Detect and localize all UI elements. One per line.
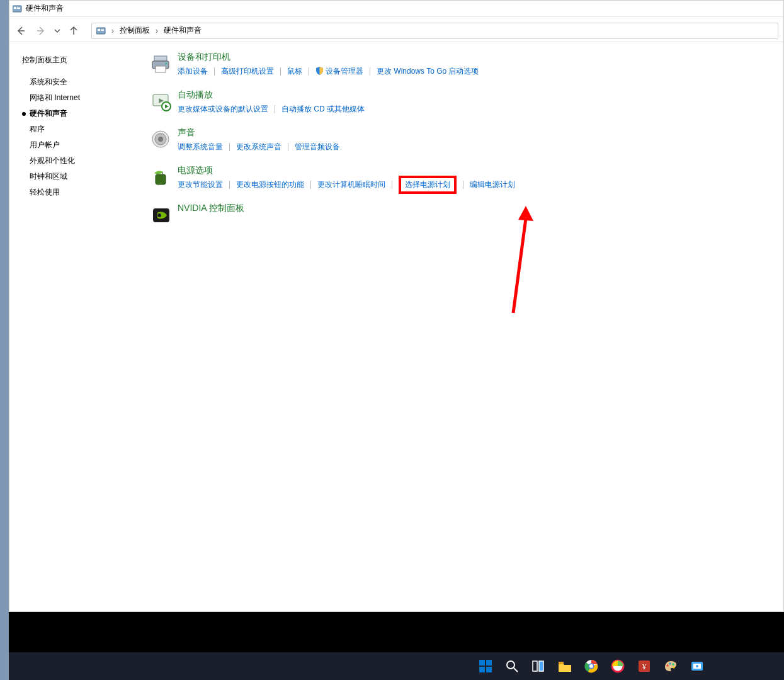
link-autoplay-cd[interactable]: 自动播放 CD 或其他媒体: [281, 103, 365, 116]
up-button[interactable]: [65, 22, 82, 40]
svg-point-51: [696, 665, 698, 667]
forward-button[interactable]: [32, 22, 50, 40]
start-button[interactable]: [474, 655, 497, 677]
bullet-icon: [22, 144, 26, 147]
taskbar-icons: ¥: [474, 655, 708, 677]
category-title[interactable]: NVIDIA 控制面板: [178, 203, 771, 214]
link-change-default[interactable]: 更改媒体或设备的默认设置: [178, 103, 268, 116]
category-power-options: 电源选项 更改节能设置 更改电源按钮的功能 更改计算机睡眠时间 选择电源计划 编…: [149, 165, 771, 191]
sidebar-item-label: 网络和 Internet: [30, 93, 80, 103]
speaker-icon: [149, 127, 174, 152]
bullet-icon: [22, 191, 26, 195]
svg-rect-1: [14, 7, 16, 9]
chevron-right-icon[interactable]: ›: [111, 26, 114, 35]
separator: [463, 181, 463, 189]
link-device-manager[interactable]: 设备管理器: [315, 65, 363, 78]
category-nvidia: NVIDIA 控制面板: [149, 203, 771, 228]
link-change-energy[interactable]: 更改节能设置: [178, 178, 223, 191]
sidebar-item-programs[interactable]: 程序: [22, 124, 126, 135]
category-title[interactable]: 电源选项: [178, 165, 771, 176]
chevron-right-icon[interactable]: ›: [156, 26, 158, 35]
screenshot-tool-button[interactable]: [686, 655, 708, 677]
sidebar-item-appearance[interactable]: 外观和个性化: [22, 156, 126, 166]
link-power-button-function[interactable]: 更改电源按钮的功能: [236, 178, 304, 191]
file-explorer-button[interactable]: [554, 655, 576, 677]
link-change-sleep-time[interactable]: 更改计算机睡眠时间: [317, 178, 385, 191]
sidebar-item-label: 硬件和声音: [30, 108, 67, 119]
control-panel-window: 硬件和声音 › 控制面板 › 硬件和声音 控制面板主页: [9, 0, 784, 612]
link-add-device[interactable]: 添加设备: [178, 65, 208, 78]
search-button[interactable]: [501, 655, 523, 677]
svg-rect-3: [17, 8, 20, 9]
svg-point-26: [157, 213, 161, 217]
sidebar-home-link[interactable]: 控制面板主页: [22, 55, 126, 65]
category-title[interactable]: 设备和打印机: [178, 52, 771, 63]
breadcrumb-current[interactable]: 硬件和声音: [162, 23, 203, 38]
recent-dropdown-button[interactable]: [52, 22, 62, 40]
separator: [392, 181, 392, 189]
svg-rect-32: [486, 667, 492, 672]
svg-rect-13: [156, 66, 166, 72]
address-bar-icon: [96, 26, 107, 36]
task-view-button[interactable]: [527, 655, 550, 677]
svg-line-27: [513, 218, 526, 313]
app-red-button[interactable]: ¥: [633, 655, 656, 677]
chrome-button[interactable]: [580, 655, 603, 677]
link-advanced-printer[interactable]: 高级打印机设置: [221, 65, 274, 78]
svg-rect-36: [539, 661, 543, 671]
link-label: 设备管理器: [326, 67, 363, 76]
separator: [229, 143, 230, 151]
sidebar: 控制面板主页 系统和安全 网络和 Internet 硬件和声音 程序 用户帐户: [9, 42, 126, 611]
paint-button[interactable]: [659, 655, 682, 677]
category-title[interactable]: 自动播放: [178, 89, 771, 101]
link-edit-power-plan[interactable]: 编辑电源计划: [470, 178, 515, 191]
svg-rect-9: [101, 29, 104, 30]
sidebar-item-system-security[interactable]: 系统和安全: [22, 77, 126, 88]
category-sound: 声音 调整系统音量 更改系统声音 管理音频设备: [149, 127, 771, 154]
address-bar[interactable]: › 控制面板 › 硬件和声音: [91, 23, 778, 39]
window-titlebar: 硬件和声音: [9, 1, 783, 17]
desktop-left-strip: [0, 0, 9, 680]
category-title[interactable]: 声音: [178, 127, 771, 139]
separator: [275, 105, 275, 113]
separator: [280, 67, 281, 76]
svg-point-45: [666, 664, 668, 666]
sidebar-item-label: 程序: [30, 124, 45, 135]
back-button[interactable]: [12, 22, 30, 40]
sidebar-item-user-accounts[interactable]: 用户帐户: [22, 140, 126, 150]
window-title: 硬件和声音: [26, 3, 64, 14]
svg-rect-10: [101, 30, 104, 31]
sidebar-item-label: 外观和个性化: [30, 156, 75, 166]
sidebar-item-network-internet[interactable]: 网络和 Internet: [22, 93, 126, 103]
svg-point-21: [158, 137, 163, 142]
separator: [229, 181, 230, 189]
svg-text:¥: ¥: [642, 662, 646, 671]
bullet-icon: [22, 159, 26, 163]
sidebar-item-clock-region[interactable]: 时钟和区域: [22, 171, 126, 182]
sidebar-item-hardware-sound[interactable]: 硬件和声音: [22, 108, 126, 119]
category-autoplay: 自动播放 更改媒体或设备的默认设置 自动播放 CD 或其他媒体: [149, 89, 771, 116]
printer-icon: [149, 52, 174, 77]
link-mouse[interactable]: 鼠标: [287, 65, 302, 78]
link-manage-audio[interactable]: 管理音频设备: [295, 140, 340, 154]
svg-point-40: [589, 664, 593, 668]
link-windows-to-go[interactable]: 更改 Windows To Go 启动选项: [377, 65, 479, 78]
link-adjust-volume[interactable]: 调整系统音量: [178, 140, 223, 154]
category-devices-printers: 设备和打印机 添加设备 高级打印机设置 鼠标 设备管理器: [149, 52, 771, 78]
main-pane: 设备和打印机 添加设备 高级打印机设置 鼠标 设备管理器: [126, 42, 783, 611]
sidebar-item-label: 用户帐户: [30, 140, 60, 150]
separator: [309, 67, 309, 76]
content-area: 控制面板主页 系统和安全 网络和 Internet 硬件和声音 程序 用户帐户: [9, 42, 783, 611]
svg-rect-8: [98, 29, 100, 31]
link-change-system-sounds[interactable]: 更改系统声音: [236, 140, 281, 154]
separator: [214, 67, 215, 76]
sidebar-item-label: 时钟和区域: [30, 171, 67, 182]
browser2-button[interactable]: [606, 655, 629, 677]
sidebar-item-ease-of-access[interactable]: 轻松使用: [22, 187, 126, 198]
sidebar-item-label: 轻松使用: [30, 187, 60, 198]
breadcrumb-root[interactable]: 控制面板: [118, 23, 151, 38]
link-choose-power-plan[interactable]: 选择电源计划: [399, 176, 457, 194]
autoplay-icon: [149, 89, 174, 115]
svg-rect-2: [17, 7, 20, 8]
bullet-icon: [22, 112, 26, 116]
